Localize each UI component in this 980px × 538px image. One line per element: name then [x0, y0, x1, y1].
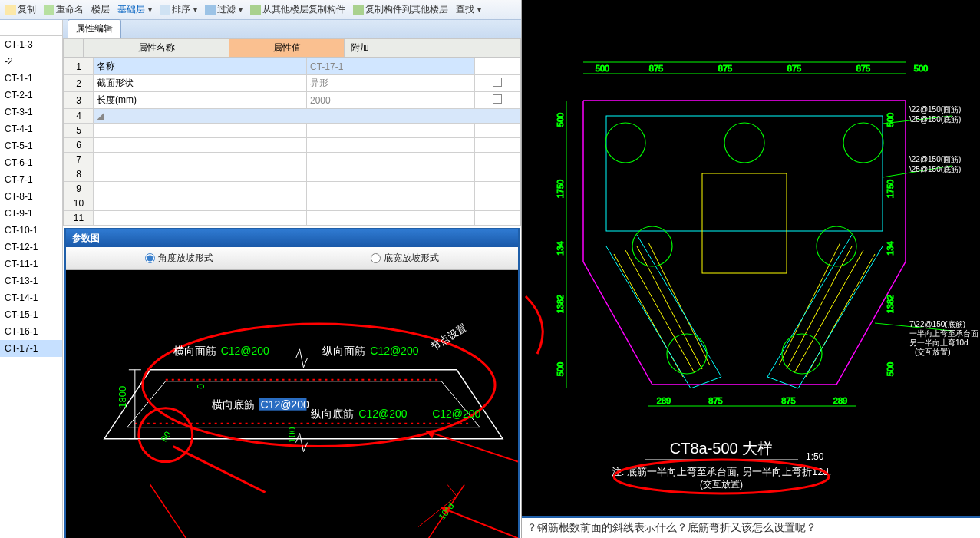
side-item[interactable]: CT-9-1: [0, 205, 62, 222]
sort-icon: [160, 5, 170, 15]
side-item[interactable]: CT-15-1: [0, 306, 62, 323]
svg-text:1750: 1750: [556, 180, 565, 198]
side-item[interactable]: CT-7-1: [0, 171, 62, 188]
svg-text:(交互放置): (交互放置): [700, 479, 743, 490]
tab-strip: 属性编辑: [63, 20, 521, 38]
svg-text:500: 500: [914, 64, 928, 73]
svg-text:875: 875: [708, 396, 722, 405]
prop-row[interactable]: 1 名称 CT-17-1: [64, 58, 520, 75]
prop-row-empty[interactable]: 10: [64, 196, 520, 211]
diagram-canvas: 1800 0 90 100 10*d 横向面筋 C12@200 纵向面筋 C12…: [66, 270, 518, 538]
svg-text:一半向上弯至承台面: 一半向上弯至承台面: [909, 329, 978, 338]
prop-row-empty[interactable]: 8: [64, 167, 520, 182]
side-item[interactable]: CT-10-1: [0, 222, 62, 239]
svg-line-9: [173, 447, 266, 493]
lbl-1800: 1800: [117, 386, 128, 408]
prop-row-empty[interactable]: 7: [64, 153, 520, 167]
side-item[interactable]: CT-14-1: [0, 289, 62, 306]
side-item[interactable]: CT-17-1: [0, 340, 62, 357]
prop-row-empty[interactable]: 9: [64, 182, 520, 196]
property-grid: 属性名称 属性值 附加 1 名称 CT-17-1 2 截面形状 异形 3 长度(…: [63, 38, 521, 226]
prop-row[interactable]: 3 长度(mm) 2000: [64, 92, 520, 109]
side-item[interactable]: CT-5-1: [0, 137, 62, 154]
svg-text:7\22@150(底筋): 7\22@150(底筋): [909, 320, 965, 328]
svg-text:\22@150(面筋): \22@150(面筋): [909, 105, 961, 114]
copyfrom-icon: [250, 5, 261, 15]
svg-line-11: [426, 431, 518, 462]
tb-find[interactable]: 查找: [454, 2, 483, 18]
param-dialog: 参数图 角度放坡形式 底宽放坡形式: [64, 228, 520, 538]
tb-copy[interactable]: 复制: [3, 2, 38, 18]
content-row: 🔍 CT-1-3-2CT-1-1CT-2-1CT-3-1CT-4-1CT-5-1…: [0, 20, 521, 538]
copyto-icon: [353, 5, 364, 15]
side-item[interactable]: CT-3-1: [0, 104, 62, 120]
svg-text:500: 500: [596, 64, 609, 73]
prop-row-empty[interactable]: 5: [64, 124, 520, 138]
radio-width[interactable]: 底宽放坡形式: [371, 252, 439, 265]
side-search: 🔍: [0, 20, 62, 36]
prop-row-empty[interactable]: 11: [64, 211, 520, 226]
svg-line-2: [127, 381, 166, 427]
side-search-input[interactable]: [0, 20, 63, 35]
svg-text:C12@200: C12@200: [221, 345, 269, 357]
tb-rename[interactable]: 重命名: [41, 2, 86, 18]
side-item[interactable]: CT-2-1: [0, 87, 62, 104]
rename-icon: [44, 5, 54, 15]
svg-text:1750: 1750: [886, 180, 895, 198]
svg-text:C12@200: C12@200: [370, 345, 418, 357]
tb-filter[interactable]: 过滤: [203, 2, 245, 18]
tb-copyfrom[interactable]: 从其他楼层复制构件: [248, 2, 348, 18]
main-area: 属性编辑 属性名称 属性值 附加 1 名称 CT-17-1 2 截面形状 异形 …: [63, 20, 521, 538]
side-item[interactable]: CT-1-3: [0, 36, 62, 53]
prop-row[interactable]: 2 截面形状 异形: [64, 75, 520, 92]
side-item[interactable]: -2: [0, 53, 62, 70]
tb-sort[interactable]: 排序: [157, 2, 200, 18]
lbl-zx-top: 纵向面筋: [322, 345, 365, 357]
lbl-100: 100: [287, 427, 298, 442]
svg-text:875: 875: [781, 396, 795, 405]
cad-title: CT8a-500 大样: [670, 440, 774, 457]
svg-text:134: 134: [886, 241, 895, 255]
svg-text:另一半向上弯10d: 另一半向上弯10d: [909, 338, 968, 347]
right-cad-panel: 500875875875875500 289875875289 50017501…: [522, 0, 980, 538]
svg-text:1382: 1382: [556, 295, 565, 313]
prop-collapse-row[interactable]: 4◢: [64, 109, 520, 124]
svg-text:500: 500: [886, 362, 895, 376]
lbl-zx-bot: 纵向底筋: [311, 408, 354, 420]
radio-row: 角度放坡形式 底宽放坡形式: [66, 247, 518, 270]
side-list: 🔍 CT-1-3-2CT-1-1CT-2-1CT-3-1CT-4-1CT-5-1…: [0, 20, 63, 538]
svg-text:\22@150(面筋): \22@150(面筋): [909, 155, 961, 163]
lbl-node: 节点设置: [429, 322, 469, 352]
side-item[interactable]: CT-12-1: [0, 239, 62, 256]
svg-text:\25@150(底筋): \25@150(底筋): [909, 115, 961, 124]
hdr-name: 属性名称: [84, 39, 229, 57]
filter-icon: [205, 5, 216, 15]
side-item[interactable]: CT-6-1: [0, 154, 62, 171]
svg-text:875: 875: [649, 64, 663, 73]
side-item[interactable]: CT-11-1: [0, 256, 62, 272]
tb-copyto[interactable]: 复制构件到其他楼层: [351, 2, 450, 18]
side-item[interactable]: CT-13-1: [0, 272, 62, 289]
svg-text:500: 500: [556, 362, 565, 376]
radio-angle[interactable]: 角度放坡形式: [145, 252, 213, 265]
diagram-svg: 1800 0 90 100 10*d 横向面筋 C12@200 纵向面筋 C12…: [66, 270, 518, 538]
svg-text:1382: 1382: [886, 295, 895, 313]
prop-row-empty[interactable]: 6: [64, 138, 520, 153]
svg-line-13: [441, 507, 518, 538]
lbl-0: 0: [196, 384, 206, 389]
svg-text:\25@150(底筋): \25@150(底筋): [909, 165, 961, 173]
svg-text:134: 134: [556, 241, 565, 255]
svg-text:875: 875: [718, 64, 732, 73]
tb-floor: 楼层: [89, 2, 112, 18]
tb-floor-select[interactable]: 基础层: [115, 2, 154, 18]
svg-text:500: 500: [556, 113, 565, 127]
side-item[interactable]: CT-4-1: [0, 120, 62, 137]
svg-text:C12@200: C12@200: [432, 408, 480, 420]
tab-property-edit[interactable]: 属性编辑: [68, 19, 121, 38]
svg-text:289: 289: [657, 396, 671, 405]
side-item[interactable]: CT-8-1: [0, 188, 62, 205]
side-item[interactable]: CT-1-1: [0, 70, 62, 87]
lbl-90: 90: [159, 429, 173, 444]
lbl-hx-bot: 横向底筋: [212, 398, 255, 411]
side-item[interactable]: CT-16-1: [0, 323, 62, 340]
